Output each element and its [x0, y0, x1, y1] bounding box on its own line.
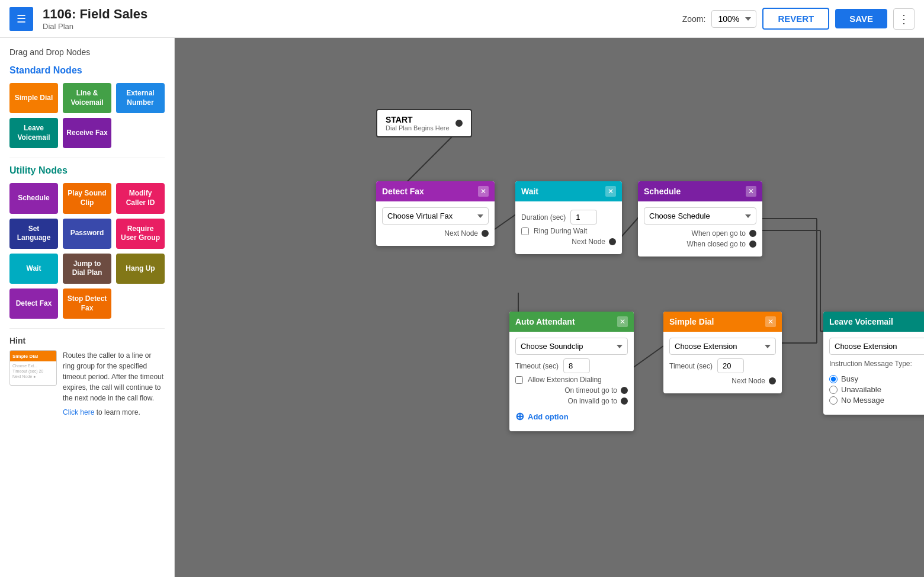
schedule-closed-label: When closed go to	[687, 240, 746, 248]
page-title: 1106: Field Sales	[43, 7, 682, 22]
auto-attendant-timeout-row: Timeout (sec)	[515, 358, 628, 373]
leave-voicemail-title: Leave Voicemail	[829, 317, 893, 326]
auto-attendant-ext-row: Allow Extension Dialing	[515, 376, 628, 384]
divider	[9, 158, 165, 158]
node-stop-detect-fax[interactable]: Stop Detect Fax	[63, 288, 111, 319]
sidebar: Drag and Drop Nodes Standard Nodes Simpl…	[0, 38, 175, 577]
hint-link-row: Click here to learn more.	[63, 407, 165, 418]
auto-attendant-invalid-port	[621, 398, 628, 405]
node-hang-up[interactable]: Hang Up	[116, 254, 165, 284]
node-line-voicemail[interactable]: Line & Voicemail	[63, 83, 111, 113]
plus-icon: ⊕	[515, 411, 524, 422]
hint-content: Simple Dial Choose Ext... Timeout (sec) …	[9, 350, 165, 418]
leave-voicemail-node: Leave Voicemail ✕ Choose Extension Instr…	[823, 312, 924, 415]
wait-duration-label: Duration (sec)	[521, 213, 566, 222]
auto-attendant-timeout-go-row: On timeout go to	[515, 386, 628, 395]
wait-duration-input[interactable]	[570, 210, 597, 225]
node-modify-caller-id[interactable]: Modify Caller ID	[116, 183, 165, 213]
schedule-closed-port	[749, 241, 756, 248]
auto-attendant-timeout-input[interactable]	[563, 358, 590, 373]
schedule-close[interactable]: ✕	[746, 186, 756, 197]
start-node: START Dial Plan Begins Here	[376, 109, 472, 137]
wait-out-port	[609, 238, 616, 245]
zoom-select[interactable]: 100% 75% 125% 150%	[711, 10, 756, 28]
wait-close[interactable]: ✕	[605, 186, 616, 197]
wait-body: Duration (sec) Ring During Wait Next Nod…	[515, 201, 622, 254]
hint-section: Hint Simple Dial Choose Ext... Timeout (…	[9, 336, 165, 418]
start-label: START	[386, 115, 450, 124]
radio-unavailable[interactable]	[829, 386, 838, 394]
simple-dial-close[interactable]: ✕	[765, 316, 776, 327]
leave-voicemail-header: Leave Voicemail ✕	[823, 312, 924, 332]
auto-attendant-soundclip-select[interactable]: Choose Soundclip	[515, 338, 628, 355]
radio-busy-label: Busy	[841, 374, 858, 383]
auto-attendant-ext-label: Allow Extension Dialing	[528, 376, 602, 384]
auto-attendant-invalid-row: On invalid go to	[515, 397, 628, 405]
detect-fax-body: Choose Virtual Fax Next Node	[376, 201, 495, 246]
auto-attendant-timeout-go-label: On timeout go to	[564, 386, 617, 395]
detect-fax-virtual-fax-select[interactable]: Choose Virtual Fax	[382, 207, 489, 225]
wait-ring-label: Ring During Wait	[534, 227, 587, 235]
radio-busy[interactable]	[829, 375, 838, 383]
main-layout: Drag and Drop Nodes Standard Nodes Simpl…	[0, 38, 924, 577]
node-wait[interactable]: Wait	[9, 254, 58, 284]
wait-ring-row: Ring During Wait	[521, 227, 616, 235]
canvas: START Dial Plan Begins Here Detect Fax ✕…	[175, 38, 924, 577]
node-require-user-group[interactable]: Require User Group	[116, 219, 165, 249]
msg-type-label: Instruction Message Type:	[829, 360, 924, 368]
auto-attendant-body: Choose Soundclip Timeout (sec) Allow Ext…	[509, 332, 634, 431]
simple-dial-timeout-row: Timeout (sec)	[669, 358, 776, 373]
node-set-language[interactable]: Set Language	[9, 219, 58, 249]
schedule-select[interactable]: Choose Schedule	[644, 207, 756, 225]
auto-attendant-timeout-port	[621, 387, 628, 394]
node-simple-dial[interactable]: Simple Dial	[9, 83, 58, 113]
node-detect-fax[interactable]: Detect Fax	[9, 288, 58, 319]
save-button[interactable]: SAVE	[835, 9, 887, 28]
auto-attendant-close[interactable]: ✕	[617, 316, 628, 327]
detect-fax-close[interactable]: ✕	[478, 186, 489, 197]
drag-drop-label: Drag and Drop Nodes	[9, 47, 165, 57]
zoom-label: Zoom:	[682, 14, 706, 24]
hint-link[interactable]: Click here	[63, 408, 94, 416]
start-out-port	[455, 120, 463, 127]
node-play-sound-clip[interactable]: Play Sound Clip	[63, 183, 111, 213]
simple-dial-node: Simple Dial ✕ Choose Extension Timeout (…	[663, 312, 782, 393]
auto-attendant-ext-checkbox[interactable]	[515, 376, 523, 384]
standard-nodes-title: Standard Nodes	[9, 65, 165, 76]
detect-fax-next-row: Next Node	[382, 229, 489, 238]
menu-button[interactable]: ☰	[9, 7, 33, 31]
node-receive-fax[interactable]: Receive Fax	[63, 118, 111, 148]
radio-no-message-label: No Message	[841, 396, 884, 405]
radio-no-message-row: No Message	[829, 396, 924, 405]
header-controls: Zoom: 100% 75% 125% 150% REVERT SAVE ⋮	[682, 8, 915, 30]
schedule-node: Schedule ✕ Choose Schedule When open go …	[638, 181, 762, 257]
hint-img-body: Choose Ext... Timeout (sec) 20 Next Node…	[10, 361, 56, 381]
simple-dial-header: Simple Dial ✕	[663, 312, 782, 332]
radio-group: Busy Unavailable No Message	[829, 370, 924, 409]
schedule-title: Schedule	[644, 187, 681, 196]
wait-header: Wait ✕	[515, 181, 622, 201]
radio-no-message[interactable]	[829, 396, 838, 405]
simple-dial-body: Choose Extension Timeout (sec) Next Node	[663, 332, 782, 393]
node-external-number[interactable]: External Number	[116, 83, 165, 113]
wait-node: Wait ✕ Duration (sec) Ring During Wait N…	[515, 181, 622, 254]
utility-nodes-title: Utility Nodes	[9, 165, 165, 176]
leave-voicemail-ext-select[interactable]: Choose Extension	[829, 338, 924, 355]
hint-description: Routes the caller to a line or ring grou…	[63, 350, 165, 403]
add-option-button[interactable]: ⊕ Add option	[515, 408, 628, 425]
header: ☰ 1106: Field Sales Dial Plan Zoom: 100%…	[0, 0, 924, 38]
node-leave-voicemail[interactable]: Leave Voicemail	[9, 118, 58, 148]
detect-fax-out-port	[482, 230, 489, 237]
simple-dial-timeout-input[interactable]	[717, 358, 744, 373]
hint-img-header: Simple Dial	[10, 351, 56, 361]
auto-attendant-invalid-label: On invalid go to	[568, 397, 617, 405]
revert-button[interactable]: REVERT	[762, 8, 829, 30]
connectors-svg	[175, 38, 924, 577]
simple-dial-ext-select[interactable]: Choose Extension	[669, 338, 776, 355]
wait-ring-checkbox[interactable]	[521, 227, 529, 235]
node-schedule[interactable]: Schedule	[9, 183, 58, 213]
node-password[interactable]: Password	[63, 219, 111, 249]
node-jump-to-dial-plan[interactable]: Jump to Dial Plan	[63, 254, 111, 284]
leave-voicemail-msg-type: Instruction Message Type: Busy Unavailab…	[829, 360, 924, 409]
more-options-button[interactable]: ⋮	[893, 8, 915, 30]
